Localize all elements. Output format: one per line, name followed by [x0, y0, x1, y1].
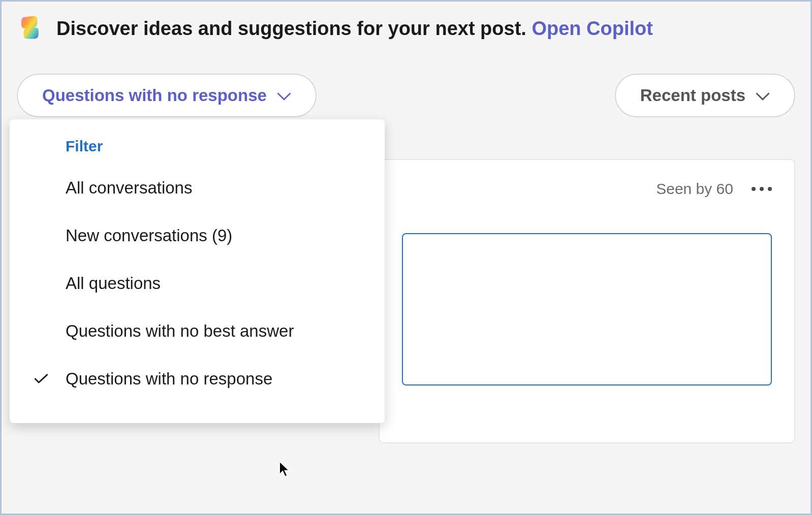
- cursor-icon: [278, 461, 291, 477]
- post-header: Seen by 60: [402, 180, 772, 198]
- dropdown-item-label: New conversations (9): [66, 226, 360, 245]
- dropdown-item-label: All conversations: [66, 178, 360, 198]
- post-card: Seen by 60: [379, 159, 795, 443]
- filter-item-no-response[interactable]: Questions with no response: [10, 355, 385, 403]
- filter-dropdown-menu: Filter All conversations New conversatio…: [10, 119, 385, 423]
- filter-pill[interactable]: Questions with no response: [17, 74, 317, 117]
- dropdown-item-label: Questions with no response: [66, 369, 360, 389]
- check-icon: [34, 373, 48, 384]
- sort-pill-label: Recent posts: [640, 86, 745, 105]
- chevron-down-icon: [277, 86, 291, 105]
- controls-row: Questions with no response Recent posts …: [17, 74, 795, 117]
- copilot-icon: [17, 14, 44, 43]
- post-input-area[interactable]: [402, 233, 772, 385]
- check-slot: [34, 373, 66, 384]
- more-options-button[interactable]: [752, 187, 772, 191]
- more-icon: [760, 187, 764, 191]
- banner-message: Discover ideas and suggestions for your …: [56, 18, 532, 39]
- dropdown-item-label: All questions: [66, 274, 360, 293]
- filter-pill-label: Questions with no response: [42, 86, 267, 105]
- open-copilot-link[interactable]: Open Copilot: [532, 18, 653, 39]
- dropdown-item-label: Questions with no best answer: [66, 321, 360, 341]
- filter-item-all-questions[interactable]: All questions: [10, 260, 385, 307]
- page-container: Discover ideas and suggestions for your …: [0, 0, 812, 515]
- more-icon: [752, 187, 756, 191]
- copilot-banner: Discover ideas and suggestions for your …: [17, 14, 795, 43]
- seen-by-text: Seen by 60: [656, 180, 733, 198]
- dropdown-header: Filter: [10, 138, 385, 164]
- chevron-down-icon: [756, 86, 770, 105]
- more-icon: [768, 187, 772, 191]
- sort-pill[interactable]: Recent posts: [615, 74, 795, 117]
- filter-item-all-conversations[interactable]: All conversations: [10, 164, 385, 212]
- banner-text: Discover ideas and suggestions for your …: [56, 18, 653, 40]
- filter-item-no-best-answer[interactable]: Questions with no best answer: [10, 307, 385, 355]
- filter-item-new-conversations[interactable]: New conversations (9): [10, 212, 385, 260]
